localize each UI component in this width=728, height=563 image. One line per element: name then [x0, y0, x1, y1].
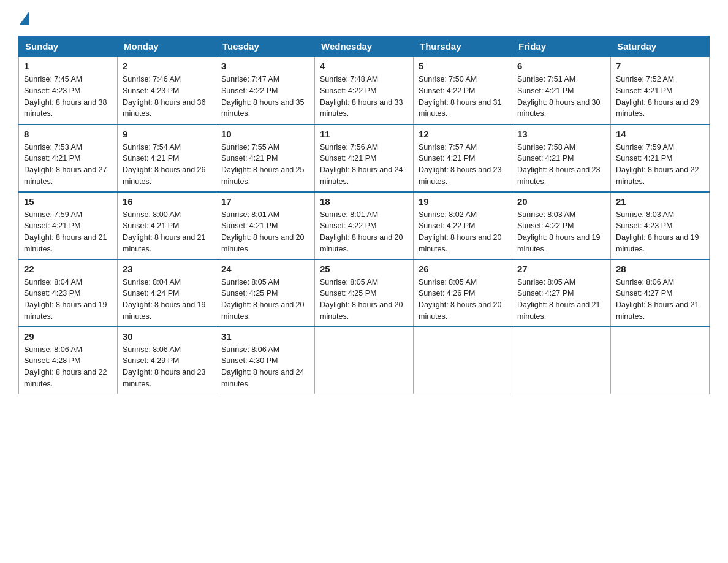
day-number: 8 [24, 129, 112, 139]
day-info: Sunrise: 8:05 AMSunset: 4:25 PMDaylight:… [221, 278, 305, 321]
calendar-cell: 20 Sunrise: 8:03 AMSunset: 4:22 PMDaylig… [512, 192, 611, 259]
day-number: 18 [320, 196, 408, 207]
calendar-cell: 18 Sunrise: 8:01 AMSunset: 4:22 PMDaylig… [315, 192, 414, 259]
day-number: 26 [419, 264, 507, 274]
calendar-cell: 13 Sunrise: 7:58 AMSunset: 4:21 PMDaylig… [512, 124, 611, 192]
day-number: 28 [616, 264, 704, 274]
day-number: 31 [221, 331, 309, 342]
weekday-header-saturday: Saturday [611, 36, 710, 57]
day-info: Sunrise: 7:59 AMSunset: 4:21 PMDaylight:… [24, 210, 107, 253]
calendar-cell: 4 Sunrise: 7:48 AMSunset: 4:22 PMDayligh… [315, 57, 414, 124]
calendar-cell: 24 Sunrise: 8:05 AMSunset: 4:25 PMDaylig… [216, 259, 315, 327]
calendar-table: SundayMondayTuesdayWednesdayThursdayFrid… [18, 36, 710, 394]
day-number: 29 [24, 331, 112, 342]
day-number: 30 [123, 331, 211, 342]
day-info: Sunrise: 8:05 AMSunset: 4:27 PMDaylight:… [517, 278, 601, 321]
calendar-cell: 9 Sunrise: 7:54 AMSunset: 4:21 PMDayligh… [118, 124, 216, 192]
weekday-header-row: SundayMondayTuesdayWednesdayThursdayFrid… [19, 36, 710, 57]
calendar-cell: 23 Sunrise: 8:04 AMSunset: 4:24 PMDaylig… [118, 259, 216, 327]
day-number: 21 [616, 196, 704, 207]
day-info: Sunrise: 7:59 AMSunset: 4:21 PMDaylight:… [616, 143, 699, 186]
day-number: 7 [616, 61, 704, 71]
calendar-cell: 5 Sunrise: 7:50 AMSunset: 4:22 PMDayligh… [414, 57, 512, 124]
calendar-cell [512, 327, 611, 394]
day-info: Sunrise: 8:00 AMSunset: 4:21 PMDaylight:… [123, 210, 206, 253]
day-number: 5 [419, 61, 507, 71]
day-info: Sunrise: 8:01 AMSunset: 4:21 PMDaylight:… [221, 210, 305, 253]
day-info: Sunrise: 7:52 AMSunset: 4:21 PMDaylight:… [616, 75, 699, 118]
day-info: Sunrise: 8:03 AMSunset: 4:22 PMDaylight:… [517, 210, 601, 253]
day-info: Sunrise: 7:45 AMSunset: 4:23 PMDaylight:… [24, 75, 107, 118]
calendar-cell [315, 327, 414, 394]
calendar-cell: 11 Sunrise: 7:56 AMSunset: 4:21 PMDaylig… [315, 124, 414, 192]
day-info: Sunrise: 7:48 AMSunset: 4:22 PMDaylight:… [320, 75, 403, 118]
calendar-cell: 25 Sunrise: 8:05 AMSunset: 4:25 PMDaylig… [315, 259, 414, 327]
calendar-cell: 15 Sunrise: 7:59 AMSunset: 4:21 PMDaylig… [19, 192, 118, 259]
calendar-cell: 17 Sunrise: 8:01 AMSunset: 4:21 PMDaylig… [216, 192, 315, 259]
calendar-cell: 16 Sunrise: 8:00 AMSunset: 4:21 PMDaylig… [118, 192, 216, 259]
calendar-cell: 2 Sunrise: 7:46 AMSunset: 4:23 PMDayligh… [118, 57, 216, 124]
calendar-cell: 31 Sunrise: 8:06 AMSunset: 4:30 PMDaylig… [216, 327, 315, 394]
day-number: 15 [24, 196, 112, 207]
calendar-cell: 14 Sunrise: 7:59 AMSunset: 4:21 PMDaylig… [611, 124, 710, 192]
day-info: Sunrise: 8:03 AMSunset: 4:23 PMDaylight:… [616, 210, 699, 253]
day-info: Sunrise: 7:54 AMSunset: 4:21 PMDaylight:… [123, 143, 206, 186]
day-info: Sunrise: 8:04 AMSunset: 4:24 PMDaylight:… [123, 278, 206, 321]
calendar-cell: 10 Sunrise: 7:55 AMSunset: 4:21 PMDaylig… [216, 124, 315, 192]
day-number: 11 [320, 129, 408, 139]
calendar-cell: 19 Sunrise: 8:02 AMSunset: 4:22 PMDaylig… [414, 192, 512, 259]
weekday-header-tuesday: Tuesday [216, 36, 315, 57]
day-info: Sunrise: 7:55 AMSunset: 4:21 PMDaylight:… [221, 143, 305, 186]
day-number: 3 [221, 61, 309, 71]
day-info: Sunrise: 7:56 AMSunset: 4:21 PMDaylight:… [320, 143, 403, 186]
calendar-week-row: 8 Sunrise: 7:53 AMSunset: 4:21 PMDayligh… [19, 124, 710, 192]
calendar-cell: 22 Sunrise: 8:04 AMSunset: 4:23 PMDaylig… [19, 259, 118, 327]
calendar-cell: 21 Sunrise: 8:03 AMSunset: 4:23 PMDaylig… [611, 192, 710, 259]
day-number: 2 [123, 61, 211, 71]
weekday-header-sunday: Sunday [19, 36, 118, 57]
calendar-cell: 26 Sunrise: 8:05 AMSunset: 4:26 PMDaylig… [414, 259, 512, 327]
calendar-cell: 1 Sunrise: 7:45 AMSunset: 4:23 PMDayligh… [19, 57, 118, 124]
day-info: Sunrise: 7:51 AMSunset: 4:21 PMDaylight:… [517, 75, 601, 118]
day-number: 24 [221, 264, 309, 274]
day-info: Sunrise: 8:06 AMSunset: 4:29 PMDaylight:… [123, 345, 206, 388]
day-number: 9 [123, 129, 211, 139]
day-number: 16 [123, 196, 211, 207]
calendar-cell: 28 Sunrise: 8:06 AMSunset: 4:27 PMDaylig… [611, 259, 710, 327]
day-number: 25 [320, 264, 408, 274]
weekday-header-monday: Monday [118, 36, 216, 57]
logo-triangle-icon [20, 11, 29, 25]
page-header [18, 12, 710, 23]
day-info: Sunrise: 8:06 AMSunset: 4:28 PMDaylight:… [24, 345, 107, 388]
weekday-header-wednesday: Wednesday [315, 36, 414, 57]
calendar-cell: 6 Sunrise: 7:51 AMSunset: 4:21 PMDayligh… [512, 57, 611, 124]
calendar-cell: 12 Sunrise: 7:57 AMSunset: 4:21 PMDaylig… [414, 124, 512, 192]
day-number: 20 [517, 196, 605, 207]
logo [18, 12, 29, 23]
day-number: 1 [24, 61, 112, 71]
calendar-cell: 30 Sunrise: 8:06 AMSunset: 4:29 PMDaylig… [118, 327, 216, 394]
weekday-header-friday: Friday [512, 36, 611, 57]
day-info: Sunrise: 7:47 AMSunset: 4:22 PMDaylight:… [221, 75, 305, 118]
day-number: 27 [517, 264, 605, 274]
day-number: 10 [221, 129, 309, 139]
day-number: 17 [221, 196, 309, 207]
day-info: Sunrise: 8:06 AMSunset: 4:30 PMDaylight:… [221, 345, 305, 388]
day-number: 14 [616, 129, 704, 139]
weekday-header-thursday: Thursday [414, 36, 512, 57]
calendar-cell [414, 327, 512, 394]
calendar-week-row: 1 Sunrise: 7:45 AMSunset: 4:23 PMDayligh… [19, 57, 710, 124]
calendar-cell: 8 Sunrise: 7:53 AMSunset: 4:21 PMDayligh… [19, 124, 118, 192]
day-info: Sunrise: 8:06 AMSunset: 4:27 PMDaylight:… [616, 278, 699, 321]
day-number: 22 [24, 264, 112, 274]
day-number: 19 [419, 196, 507, 207]
day-info: Sunrise: 7:46 AMSunset: 4:23 PMDaylight:… [123, 75, 206, 118]
day-info: Sunrise: 7:53 AMSunset: 4:21 PMDaylight:… [24, 143, 107, 186]
calendar-cell: 7 Sunrise: 7:52 AMSunset: 4:21 PMDayligh… [611, 57, 710, 124]
calendar-week-row: 29 Sunrise: 8:06 AMSunset: 4:28 PMDaylig… [19, 327, 710, 394]
day-number: 12 [419, 129, 507, 139]
day-info: Sunrise: 8:05 AMSunset: 4:25 PMDaylight:… [320, 278, 403, 321]
calendar-week-row: 22 Sunrise: 8:04 AMSunset: 4:23 PMDaylig… [19, 259, 710, 327]
day-number: 6 [517, 61, 605, 71]
day-info: Sunrise: 8:01 AMSunset: 4:22 PMDaylight:… [320, 210, 403, 253]
